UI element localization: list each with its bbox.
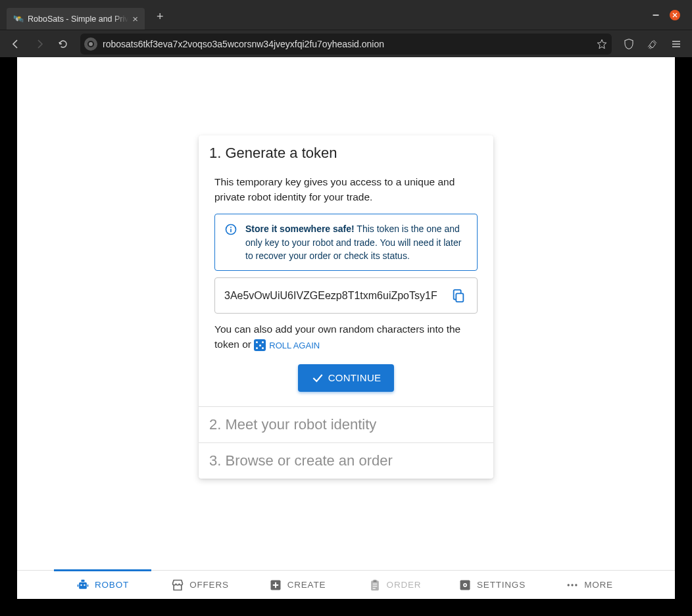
storefront-icon bbox=[171, 579, 184, 592]
svg-point-1 bbox=[230, 227, 232, 228]
tor-circuit-icon[interactable] bbox=[84, 37, 97, 51]
new-tab-button[interactable]: + bbox=[157, 10, 164, 24]
nav-order[interactable]: ORDER bbox=[346, 571, 443, 599]
svg-point-6 bbox=[80, 584, 82, 586]
continue-button[interactable]: CONTINUE bbox=[298, 364, 395, 392]
browser-toolbar: robosats6tkf3eva7x2voqso3a5wcorsnw34jvey… bbox=[0, 30, 692, 57]
token-value: 3Ae5vOwUiU6IVZGEezp8T1txm6uiZpoTsy1F bbox=[224, 290, 441, 302]
reload-button[interactable] bbox=[53, 34, 74, 55]
dice-icon bbox=[254, 339, 266, 351]
svg-point-15 bbox=[464, 584, 466, 586]
robot-icon bbox=[76, 579, 89, 592]
svg-rect-5 bbox=[81, 579, 84, 581]
tab-close-icon[interactable]: × bbox=[132, 14, 138, 24]
check-icon bbox=[311, 371, 324, 385]
nav-robot[interactable]: ROBOT bbox=[54, 571, 151, 599]
tab-title: RoboSats - Simple and Private bbox=[28, 14, 128, 24]
broom-icon[interactable] bbox=[642, 34, 663, 55]
shield-icon[interactable] bbox=[618, 34, 639, 55]
minimize-icon[interactable]: – bbox=[653, 8, 659, 22]
onboarding-card: 1. Generate a token This temporary key g… bbox=[199, 135, 493, 478]
step-3[interactable]: 3. Browse or create an order bbox=[199, 443, 493, 479]
bookmark-star-icon[interactable] bbox=[596, 38, 608, 50]
nav-more[interactable]: MORE bbox=[541, 571, 638, 599]
plus-box-icon bbox=[269, 579, 282, 592]
window-close-icon[interactable] bbox=[670, 10, 680, 20]
step-2[interactable]: 2. Meet your robot identity bbox=[199, 407, 493, 443]
info-icon bbox=[224, 223, 237, 262]
browser-tab[interactable]: 🛰️ RoboSats - Simple and Private × bbox=[7, 8, 145, 30]
svg-point-16 bbox=[568, 584, 570, 586]
nav-offers[interactable]: OFFERS bbox=[151, 571, 249, 599]
more-dots-icon bbox=[566, 579, 579, 592]
svg-point-18 bbox=[575, 584, 577, 586]
nav-settings[interactable]: SETTINGS bbox=[443, 571, 541, 599]
back-button[interactable] bbox=[5, 34, 26, 55]
step-2-title: 2. Meet your robot identity bbox=[199, 407, 493, 442]
copy-button[interactable] bbox=[447, 284, 470, 308]
svg-point-17 bbox=[571, 584, 573, 586]
token-input[interactable]: 3Ae5vOwUiU6IVZGEezp8T1txm6uiZpoTsy1F bbox=[214, 277, 478, 314]
nav-create[interactable]: CREATE bbox=[249, 571, 346, 599]
forward-button[interactable] bbox=[29, 34, 50, 55]
svg-rect-4 bbox=[79, 582, 87, 588]
step-1-title: 1. Generate a token bbox=[199, 135, 493, 171]
svg-rect-12 bbox=[373, 579, 376, 581]
svg-rect-11 bbox=[371, 580, 379, 590]
url-bar[interactable]: robosats6tkf3eva7x2voqso3a5wcorsnw34jvey… bbox=[80, 34, 612, 55]
roll-again-button[interactable]: ROLL AGAIN bbox=[254, 339, 320, 352]
step-3-title: 3. Browse or create an order bbox=[199, 443, 493, 479]
svg-rect-8 bbox=[78, 584, 79, 586]
extra-text: You can also add your own random charact… bbox=[214, 321, 478, 352]
browser-titlebar: 🛰️ RoboSats - Simple and Private × + – bbox=[0, 0, 692, 30]
settings-icon bbox=[458, 579, 472, 592]
svg-rect-3 bbox=[456, 293, 463, 302]
clipboard-icon bbox=[368, 579, 382, 592]
svg-rect-9 bbox=[87, 584, 89, 586]
info-alert-text: Store it somewhere safe! This token is t… bbox=[245, 222, 468, 262]
url-text: robosats6tkf3eva7x2voqso3a5wcorsnw34jvey… bbox=[103, 39, 591, 49]
svg-rect-2 bbox=[230, 229, 232, 232]
info-alert: Store it somewhere safe! This token is t… bbox=[214, 214, 478, 271]
step-1-description: This temporary key gives you access to a… bbox=[214, 175, 478, 204]
hamburger-menu-icon[interactable] bbox=[666, 34, 687, 55]
svg-point-7 bbox=[84, 584, 86, 586]
tab-favicon-icon: 🛰️ bbox=[13, 14, 24, 24]
bottom-nav: ROBOT OFFERS CREATE bbox=[17, 570, 675, 599]
step-1: 1. Generate a token This temporary key g… bbox=[199, 135, 493, 406]
